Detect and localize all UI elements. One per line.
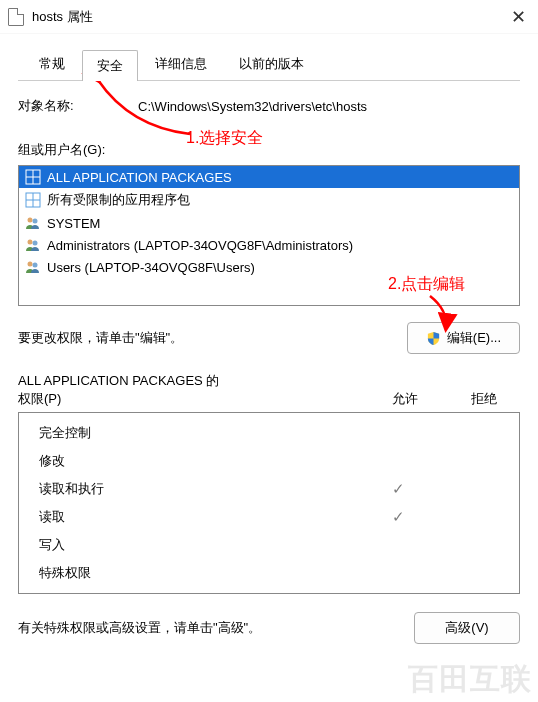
object-name-value: C:\Windows\System32\drivers\etc\hosts xyxy=(138,99,520,114)
file-icon xyxy=(8,8,24,26)
list-item[interactable]: 所有受限制的应用程序包 xyxy=(19,188,519,212)
users-group-icon xyxy=(25,259,41,275)
svg-point-6 xyxy=(28,218,33,223)
tab-security[interactable]: 安全 xyxy=(82,50,138,81)
watermark: 百田互联 xyxy=(408,659,532,700)
package-icon xyxy=(25,169,41,185)
groups-label: 组或用户名(G): xyxy=(18,141,520,159)
list-item[interactable]: SYSTEM xyxy=(19,212,519,234)
tab-details[interactable]: 详细信息 xyxy=(140,48,222,80)
edit-row: 要更改权限，请单击"编辑"。 编辑(E)... xyxy=(18,322,520,354)
edit-prompt: 要更改权限，请单击"编辑"。 xyxy=(18,329,407,347)
permission-name: 写入 xyxy=(39,536,355,554)
window-title: hosts 属性 xyxy=(32,8,93,26)
list-item-label: SYSTEM xyxy=(47,216,100,231)
advanced-prompt: 有关特殊权限或高级设置，请单击"高级"。 xyxy=(18,619,414,637)
advanced-row: 有关特殊权限或高级设置，请单击"高级"。 高级(V) xyxy=(18,612,520,644)
permission-name: 读取和执行 xyxy=(39,480,355,498)
list-item-label: Administrators (LAPTOP-34OVQG8F\Administ… xyxy=(47,238,353,253)
window-close-button[interactable]: ✕ xyxy=(488,6,528,28)
tab-row: 常规 安全 详细信息 以前的版本 xyxy=(18,48,520,81)
svg-point-10 xyxy=(28,262,33,267)
permission-allow-cell: ✓ xyxy=(355,480,441,498)
permission-name: 修改 xyxy=(39,452,355,470)
permission-name: 完全控制 xyxy=(39,424,355,442)
list-item[interactable]: Users (LAPTOP-34OVQG8F\Users) xyxy=(19,256,519,278)
table-row: 读取和执行 ✓ xyxy=(19,475,519,503)
object-name-row: 对象名称: C:\Windows\System32\drivers\etc\ho… xyxy=(18,97,520,115)
table-row: 读取 ✓ xyxy=(19,503,519,531)
check-icon: ✓ xyxy=(392,480,405,497)
svg-point-8 xyxy=(28,240,33,245)
edit-button-label: 编辑(E)... xyxy=(447,329,501,347)
list-item[interactable]: ALL APPLICATION PACKAGES xyxy=(19,166,519,188)
list-item-label: ALL APPLICATION PACKAGES xyxy=(47,170,232,185)
tab-general[interactable]: 常规 xyxy=(24,48,80,80)
permission-name: 特殊权限 xyxy=(39,564,355,582)
uac-shield-icon xyxy=(426,331,441,346)
tab-previous-versions[interactable]: 以前的版本 xyxy=(224,48,319,80)
groups-listbox[interactable]: ALL APPLICATION PACKAGES 所有受限制的应用程序包 SYS… xyxy=(18,165,520,306)
permissions-title-line2: 权限(P) xyxy=(18,390,362,408)
advanced-button[interactable]: 高级(V) xyxy=(414,612,520,644)
list-item-label: 所有受限制的应用程序包 xyxy=(47,191,190,209)
users-group-icon xyxy=(25,237,41,253)
dialog-content: 常规 安全 详细信息 以前的版本 对象名称: C:\Windows\System… xyxy=(0,34,538,662)
list-item[interactable]: Administrators (LAPTOP-34OVQG8F\Administ… xyxy=(19,234,519,256)
permission-name: 读取 xyxy=(39,508,355,526)
svg-point-7 xyxy=(33,219,38,224)
window-titlebar: hosts 属性 ✕ xyxy=(0,0,538,34)
permission-allow-cell: ✓ xyxy=(355,508,441,526)
package-icon xyxy=(25,192,41,208)
svg-point-11 xyxy=(33,263,38,268)
permissions-header: ALL APPLICATION PACKAGES 的 权限(P) 允许 拒绝 xyxy=(18,372,520,408)
edit-button[interactable]: 编辑(E)... xyxy=(407,322,520,354)
check-icon: ✓ xyxy=(392,508,405,525)
advanced-button-label: 高级(V) xyxy=(445,619,488,637)
table-row: 修改 xyxy=(19,447,519,475)
table-row: 写入 xyxy=(19,531,519,559)
table-row: 特殊权限 xyxy=(19,559,519,587)
permissions-col-deny: 拒绝 xyxy=(448,390,520,408)
permissions-col-allow: 允许 xyxy=(362,390,448,408)
object-name-label: 对象名称: xyxy=(18,97,138,115)
table-row: 完全控制 xyxy=(19,419,519,447)
users-group-icon xyxy=(25,215,41,231)
svg-point-9 xyxy=(33,241,38,246)
permissions-title-line1: ALL APPLICATION PACKAGES 的 xyxy=(18,372,520,390)
permissions-table: 完全控制 修改 读取和执行 ✓ 读取 ✓ 写入 特殊权限 xyxy=(18,412,520,594)
list-item-label: Users (LAPTOP-34OVQG8F\Users) xyxy=(47,260,255,275)
